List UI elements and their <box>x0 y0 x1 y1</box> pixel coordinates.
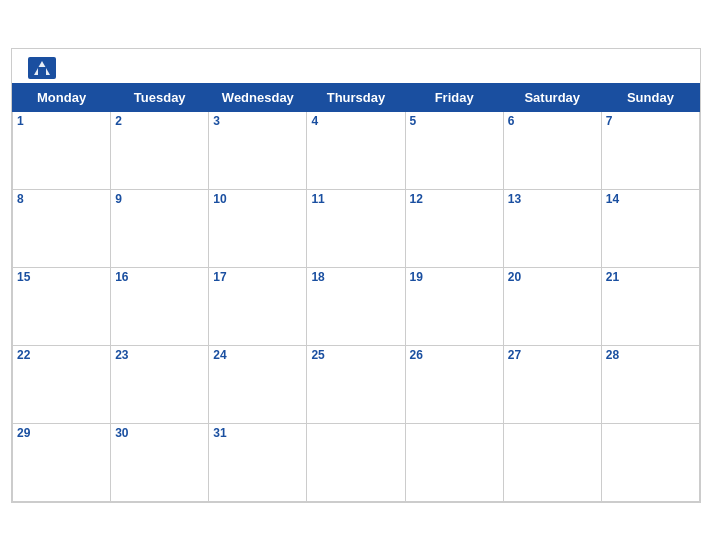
day-cell <box>503 423 601 501</box>
day-number: 13 <box>508 192 597 206</box>
weekday-header: Saturday <box>503 83 601 111</box>
day-cell: 26 <box>405 345 503 423</box>
day-cell: 24 <box>209 345 307 423</box>
week-row: 1234567 <box>13 111 700 189</box>
day-number: 12 <box>410 192 499 206</box>
day-cell: 31 <box>209 423 307 501</box>
day-cell: 9 <box>111 189 209 267</box>
day-cell: 13 <box>503 189 601 267</box>
calendar-container: MondayTuesdayWednesdayThursdayFridaySatu… <box>11 48 701 503</box>
weekday-header: Monday <box>13 83 111 111</box>
weekday-header: Friday <box>405 83 503 111</box>
day-cell: 17 <box>209 267 307 345</box>
day-number: 22 <box>17 348 106 362</box>
day-number: 8 <box>17 192 106 206</box>
day-cell: 28 <box>601 345 699 423</box>
day-number: 2 <box>115 114 204 128</box>
day-cell: 15 <box>13 267 111 345</box>
day-number: 25 <box>311 348 400 362</box>
day-number: 9 <box>115 192 204 206</box>
week-row: 891011121314 <box>13 189 700 267</box>
day-number: 16 <box>115 270 204 284</box>
day-cell: 7 <box>601 111 699 189</box>
day-number: 27 <box>508 348 597 362</box>
day-cell: 16 <box>111 267 209 345</box>
weekday-header-row: MondayTuesdayWednesdayThursdayFridaySatu… <box>13 83 700 111</box>
day-number: 3 <box>213 114 302 128</box>
weekday-header: Sunday <box>601 83 699 111</box>
day-number: 1 <box>17 114 106 128</box>
day-cell: 1 <box>13 111 111 189</box>
day-number: 15 <box>17 270 106 284</box>
day-cell: 14 <box>601 189 699 267</box>
day-cell <box>307 423 405 501</box>
day-number: 18 <box>311 270 400 284</box>
day-number: 30 <box>115 426 204 440</box>
day-number: 26 <box>410 348 499 362</box>
day-number: 19 <box>410 270 499 284</box>
week-row: 22232425262728 <box>13 345 700 423</box>
day-number: 17 <box>213 270 302 284</box>
generalblue-logo-icon <box>28 57 56 79</box>
day-cell: 6 <box>503 111 601 189</box>
day-cell: 19 <box>405 267 503 345</box>
day-cell: 30 <box>111 423 209 501</box>
weekday-header: Tuesday <box>111 83 209 111</box>
day-cell: 5 <box>405 111 503 189</box>
day-cell: 12 <box>405 189 503 267</box>
day-number: 31 <box>213 426 302 440</box>
day-number: 4 <box>311 114 400 128</box>
day-number: 20 <box>508 270 597 284</box>
day-cell: 8 <box>13 189 111 267</box>
day-number: 14 <box>606 192 695 206</box>
calendar-body: 1234567891011121314151617181920212223242… <box>13 111 700 501</box>
day-number: 28 <box>606 348 695 362</box>
day-number: 7 <box>606 114 695 128</box>
day-cell: 23 <box>111 345 209 423</box>
day-number: 29 <box>17 426 106 440</box>
day-cell: 20 <box>503 267 601 345</box>
day-cell: 22 <box>13 345 111 423</box>
day-cell: 25 <box>307 345 405 423</box>
day-cell: 18 <box>307 267 405 345</box>
day-number: 24 <box>213 348 302 362</box>
day-cell <box>405 423 503 501</box>
day-cell: 3 <box>209 111 307 189</box>
day-cell: 11 <box>307 189 405 267</box>
day-cell: 10 <box>209 189 307 267</box>
weekday-header: Thursday <box>307 83 405 111</box>
day-number: 21 <box>606 270 695 284</box>
svg-rect-2 <box>38 67 46 75</box>
day-number: 23 <box>115 348 204 362</box>
week-row: 15161718192021 <box>13 267 700 345</box>
day-cell: 27 <box>503 345 601 423</box>
day-number: 10 <box>213 192 302 206</box>
day-number: 11 <box>311 192 400 206</box>
day-cell: 2 <box>111 111 209 189</box>
calendar-header <box>12 49 700 83</box>
weekday-header: Wednesday <box>209 83 307 111</box>
day-number: 6 <box>508 114 597 128</box>
logo <box>28 57 60 79</box>
week-row: 293031 <box>13 423 700 501</box>
day-number: 5 <box>410 114 499 128</box>
day-cell: 21 <box>601 267 699 345</box>
day-cell <box>601 423 699 501</box>
calendar-table: MondayTuesdayWednesdayThursdayFridaySatu… <box>12 83 700 502</box>
day-cell: 29 <box>13 423 111 501</box>
day-cell: 4 <box>307 111 405 189</box>
